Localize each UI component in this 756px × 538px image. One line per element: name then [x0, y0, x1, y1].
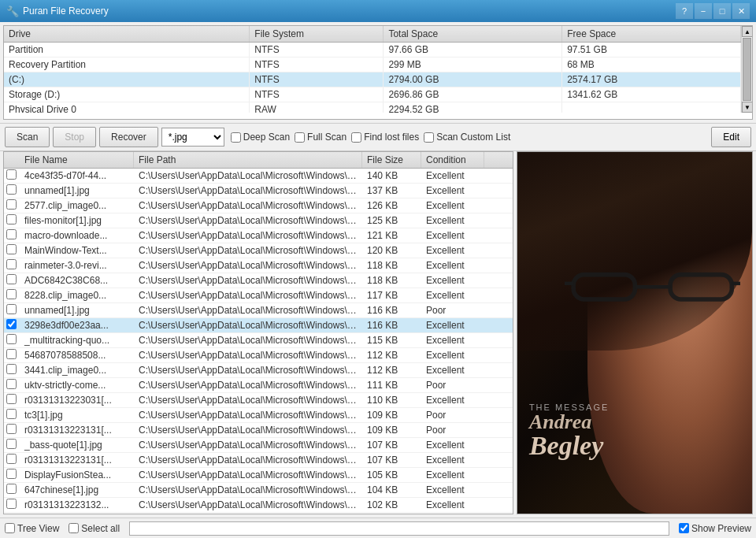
scroll-down-arrow[interactable]: ▼ — [742, 102, 753, 113]
file-row[interactable]: unnamed[1].jpg C:\Users\User\AppData\Loc… — [4, 184, 513, 199]
deep-scan-checkbox[interactable] — [231, 132, 241, 143]
file-checkbox[interactable] — [6, 169, 17, 180]
tree-view-label[interactable]: Tree View — [5, 523, 59, 534]
file-checkbox-cell[interactable] — [4, 348, 20, 362]
file-checkbox-cell[interactable] — [4, 408, 20, 422]
file-checkbox-cell[interactable] — [4, 243, 20, 258]
drive-table-scroll[interactable]: Drive File System Total Space Free Space… — [4, 26, 741, 113]
file-checkbox[interactable] — [6, 229, 17, 239]
file-checkbox-cell[interactable] — [4, 498, 20, 512]
deep-scan-label[interactable]: Deep Scan — [231, 132, 290, 143]
file-row[interactable]: unnamed[1].jpg C:\Users\User\AppData\Loc… — [4, 303, 513, 318]
file-checkbox-cell[interactable] — [4, 438, 20, 452]
file-checkbox-cell[interactable] — [4, 228, 20, 243]
file-row[interactable]: tc3[1].jpg C:\Users\User\AppData\Local\M… — [4, 408, 513, 423]
minimize-button[interactable]: − — [695, 3, 712, 19]
file-checkbox-cell[interactable] — [4, 453, 20, 467]
file-filter-select[interactable]: *.jpg*.png*.bmp*.gif*.* — [161, 128, 224, 147]
file-checkbox-cell[interactable] — [4, 318, 20, 332]
file-row[interactable]: MainWindow-Text... C:\Users\User\AppData… — [4, 243, 513, 258]
full-scan-label[interactable]: Full Scan — [295, 132, 346, 143]
file-row[interactable]: _multitracking-quo... C:\Users\User\AppD… — [4, 333, 513, 348]
file-checkbox[interactable] — [6, 274, 17, 284]
file-row[interactable]: macro-downloade... C:\Users\User\AppData… — [4, 228, 513, 243]
file-checkbox[interactable] — [6, 334, 17, 344]
full-scan-checkbox[interactable] — [295, 132, 305, 143]
file-checkbox[interactable] — [6, 349, 17, 359]
file-row[interactable]: files-monitor[1].jpg C:\Users\User\AppDa… — [4, 213, 513, 228]
maximize-button[interactable]: □ — [713, 3, 731, 19]
select-all-label[interactable]: Select all — [69, 523, 120, 534]
recover-button[interactable]: Recover — [99, 127, 158, 147]
drive-row[interactable]: (C:) NTFS 2794.00 GB 2574.17 GB — [4, 72, 741, 87]
scroll-up-arrow[interactable]: ▲ — [742, 26, 753, 37]
file-row[interactable]: rainmeter-3.0-revi... C:\Users\User\AppD… — [4, 258, 513, 273]
find-lost-label[interactable]: Find lost files — [351, 132, 419, 143]
file-checkbox[interactable] — [6, 499, 17, 509]
drive-scrollbar[interactable]: ▲ ▼ — [741, 26, 752, 113]
file-checkbox-cell[interactable] — [4, 199, 20, 213]
scan-custom-label[interactable]: Scan Custom List — [424, 132, 510, 143]
file-checkbox[interactable] — [6, 199, 17, 210]
file-checkbox[interactable] — [6, 244, 17, 254]
file-checkbox-cell[interactable] — [4, 378, 20, 392]
scan-custom-checkbox[interactable] — [424, 132, 434, 143]
file-checkbox[interactable] — [6, 379, 17, 389]
drive-row[interactable]: Storage (D:) NTFS 2696.86 GB 1341.62 GB — [4, 87, 741, 102]
file-row[interactable]: 54687078588508... C:\Users\User\AppData\… — [4, 348, 513, 363]
file-checkbox[interactable] — [6, 289, 17, 299]
file-row[interactable]: 3298e3df00e23aa... C:\Users\User\AppData… — [4, 318, 513, 333]
file-row[interactable]: r03131313223132... C:\Users\User\AppData… — [4, 498, 513, 513]
file-checkbox-cell[interactable] — [4, 423, 20, 437]
edit-button[interactable]: Edit — [711, 127, 751, 147]
file-checkbox[interactable] — [6, 409, 17, 419]
file-checkbox[interactable] — [6, 439, 17, 449]
select-all-checkbox[interactable] — [69, 523, 79, 533]
file-checkbox[interactable] — [6, 304, 17, 314]
find-lost-checkbox[interactable] — [351, 132, 361, 143]
file-row[interactable]: 2577.clip_image0... C:\Users\User\AppDat… — [4, 199, 513, 213]
file-checkbox[interactable] — [6, 364, 17, 374]
scan-button[interactable]: Scan — [5, 127, 50, 147]
file-checkbox-cell[interactable] — [4, 213, 20, 228]
file-checkbox[interactable] — [6, 469, 17, 479]
stop-button[interactable]: Stop — [53, 127, 96, 147]
tree-view-checkbox[interactable] — [5, 523, 15, 533]
file-checkbox-cell[interactable] — [4, 169, 20, 183]
file-checkbox[interactable] — [6, 484, 17, 494]
file-row[interactable]: 647chinese[1].jpg C:\Users\User\AppData\… — [4, 483, 513, 498]
file-row[interactable]: r03131313223131[... C:\Users\User\AppDat… — [4, 423, 513, 438]
file-checkbox-cell[interactable] — [4, 468, 20, 482]
scroll-thumb[interactable] — [743, 38, 751, 101]
close-button[interactable]: ✕ — [732, 3, 750, 19]
file-checkbox-cell[interactable] — [4, 483, 20, 497]
drive-row[interactable]: Physical Drive 0 RAW 2294.52 GB — [4, 102, 741, 113]
file-row[interactable]: 3441.clip_image0... C:\Users\User\AppDat… — [4, 363, 513, 378]
file-checkbox-cell[interactable] — [4, 393, 20, 407]
status-input[interactable] — [129, 521, 669, 536]
file-checkbox-cell[interactable] — [4, 288, 20, 302]
file-row[interactable]: 4ce43f35-d70f-44... C:\Users\User\AppDat… — [4, 169, 513, 184]
file-checkbox[interactable] — [6, 424, 17, 434]
file-checkbox-cell[interactable] — [4, 273, 20, 288]
drive-row[interactable]: Partition NTFS 97.66 GB 97.51 GB — [4, 43, 741, 58]
file-row[interactable]: _bass-quote[1].jpg C:\Users\User\AppData… — [4, 438, 513, 453]
file-row[interactable]: 8228.clip_image0... C:\Users\User\AppDat… — [4, 288, 513, 303]
file-checkbox[interactable] — [6, 259, 17, 269]
file-checkbox-cell[interactable] — [4, 258, 20, 273]
help-button[interactable]: ? — [676, 3, 693, 19]
file-row[interactable]: ADC6842C38C68... C:\Users\User\AppData\L… — [4, 273, 513, 288]
file-list-body[interactable]: 4ce43f35-d70f-44... C:\Users\User\AppDat… — [4, 169, 513, 514]
file-checkbox[interactable] — [6, 214, 17, 224]
file-checkbox[interactable] — [6, 319, 17, 329]
file-checkbox-cell[interactable] — [4, 363, 20, 377]
file-row[interactable]: DisplayFusionStea... C:\Users\User\AppDa… — [4, 468, 513, 483]
file-checkbox-cell[interactable] — [4, 184, 20, 198]
file-checkbox-cell[interactable] — [4, 333, 20, 347]
file-checkbox[interactable] — [6, 394, 17, 404]
drive-row[interactable]: Recovery Partition NTFS 299 MB 68 MB — [4, 58, 741, 72]
file-checkbox[interactable] — [6, 454, 17, 464]
file-row[interactable]: r03131313223131[... C:\Users\User\AppDat… — [4, 453, 513, 468]
file-row[interactable]: r03131313223031[... C:\Users\User\AppDat… — [4, 393, 513, 408]
show-preview-label[interactable]: Show Preview — [679, 523, 751, 534]
